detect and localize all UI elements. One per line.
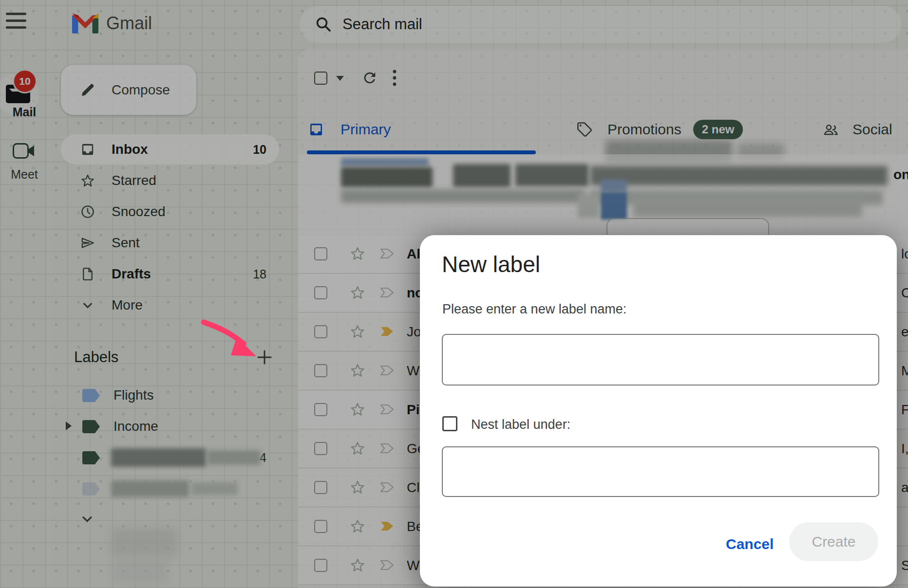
new-label-dialog: New label Please enter a new label name:… xyxy=(420,235,897,587)
dialog-title: New label xyxy=(442,251,540,277)
dialog-prompt: Please enter a new label name: xyxy=(442,302,626,317)
gmail-window: 10 Mail Meet Gmail Search mail Compose xyxy=(0,0,908,588)
annotation-arrow xyxy=(197,315,263,364)
nest-label-checkbox[interactable] xyxy=(442,416,457,431)
create-button[interactable]: Create xyxy=(789,522,878,561)
parent-label-select[interactable] xyxy=(442,446,879,497)
label-name-input[interactable] xyxy=(442,334,879,386)
nest-label-text: Nest label under: xyxy=(471,417,570,432)
cancel-button[interactable]: Cancel xyxy=(716,531,783,557)
